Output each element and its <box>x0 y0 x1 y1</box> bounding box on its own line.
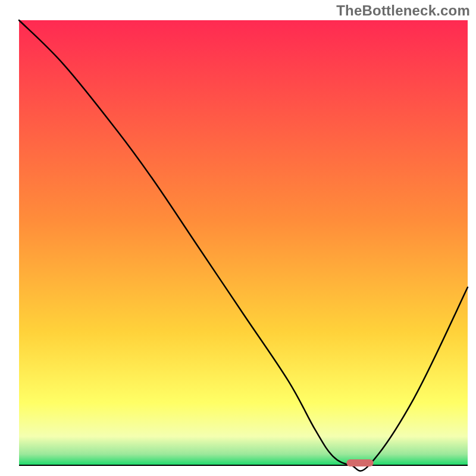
bottleneck-chart <box>0 0 476 476</box>
plot-background <box>19 20 468 465</box>
watermark-text: TheBottleneck.com <box>336 2 470 19</box>
optimal-point-marker <box>346 459 373 466</box>
chart-container: TheBottleneck.com <box>0 0 476 476</box>
